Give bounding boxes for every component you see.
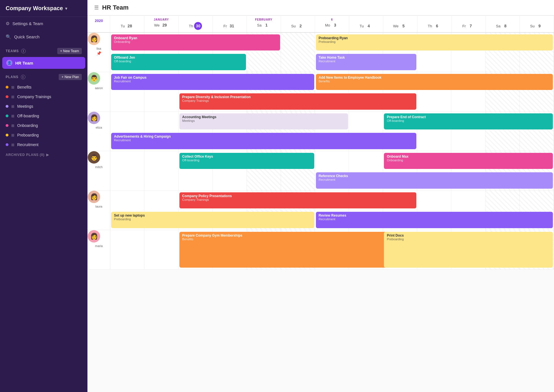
task-advertisements-&-hir[interactable]: Advertisements & Hiring Campaign Recruit… xyxy=(111,133,416,149)
plan-label: Recruitment xyxy=(17,142,38,147)
header-col-7: Tu 4 xyxy=(349,16,383,33)
month-label: JANUARY xyxy=(146,18,177,21)
plan-item-meetings[interactable]: ⊞ Meetings xyxy=(0,102,87,111)
task-label: Onboard Max xyxy=(387,155,408,158)
month-label: 6 xyxy=(317,18,347,21)
header-col-5: Su 2 xyxy=(281,16,315,33)
settings-team-label: Settings & Team xyxy=(12,21,43,26)
day-label: Fr 7 xyxy=(453,22,484,30)
workspace-title[interactable]: Company Workspace ▾ xyxy=(0,0,87,17)
plan-item-company-trainings[interactable]: ⊞ Company Trainings xyxy=(0,92,87,102)
task-sub-label: Preboarding xyxy=(387,237,550,241)
task-label: Offboard Jen xyxy=(114,56,135,60)
hr-team-item[interactable]: 👤 HR Team xyxy=(2,57,85,69)
task-sub-label: Off-boarding xyxy=(387,119,550,122)
task-preboarding-ryan[interactable]: Preboarding Ryan Preboarding xyxy=(316,34,553,50)
task-add-new-items-to-emp[interactable]: Add New Items to Employee Handbook Benef… xyxy=(316,74,553,90)
header-col-0: Tu 28 xyxy=(110,16,144,33)
day-number: 9 xyxy=(536,22,544,30)
task-label: Prepare Diversity & Inclusion Presentati… xyxy=(182,95,251,99)
plan-item-off-boarding[interactable]: ⊞ Off-boarding xyxy=(0,111,87,121)
plan-grid-icon: ⊞ xyxy=(11,104,14,109)
quick-search-nav[interactable]: 🔍 Quick Search xyxy=(0,30,87,43)
avatar-cell-maria: 👩 maria xyxy=(88,230,110,269)
plan-item-recruitment[interactable]: ⊞ Recruitment xyxy=(0,140,87,149)
task-prepare-company-gym-[interactable]: Prepare Company Gym Memberships Benefits xyxy=(179,232,416,268)
plan-grid-icon: ⊞ xyxy=(11,133,14,137)
task-review-resumes[interactable]: Review Resumes Recruitment xyxy=(316,212,553,228)
task-company-policy-prese[interactable]: Company Policy Presentations Company Tra… xyxy=(179,192,416,209)
task-label: Add New Items to Employee Handbook xyxy=(319,76,382,80)
plans-list: ⊞ Benefits ⊞ Company Trainings ⊞ Meeting… xyxy=(0,82,87,149)
task-job-fair-on-campus[interactable]: Job Fair on Campus Recruitment xyxy=(111,74,314,90)
task-label: Reference Checks xyxy=(319,174,348,178)
task-reference-checks[interactable]: Reference Checks Recruitment xyxy=(316,172,553,189)
plan-dot-icon xyxy=(6,134,8,136)
person-row-lisa: 👩 lisa 📌 Onboard Ryan Onboarding Preboar… xyxy=(88,32,554,72)
timeline-body: 👩 lisa 📌 Onboard Ryan Onboarding Preboar… xyxy=(88,32,554,269)
task-print-docs[interactable]: Print Docs Preboarding xyxy=(384,232,553,268)
day-number: 30 xyxy=(194,22,202,30)
plan-label: Benefits xyxy=(17,85,32,89)
header-col-6: 6Mo 3 xyxy=(315,16,349,33)
task-prepare-diversity-&-[interactable]: Prepare Diversity & Inclusion Presentati… xyxy=(179,93,416,110)
task-onboard-max[interactable]: Onboard Max Onboarding xyxy=(384,153,553,169)
teams-info-icon[interactable]: i xyxy=(21,49,26,53)
day-label: Su 9 xyxy=(522,22,552,30)
header-col-12: Su 9 xyxy=(520,16,554,33)
avatar-cell-laura: 👩 laura xyxy=(88,190,110,230)
day-label: We 5 xyxy=(385,22,416,30)
task-set-up-new-laptops[interactable]: Set up new laptops Preboarding xyxy=(111,212,314,228)
task-sub-label: Recruitment xyxy=(319,60,414,63)
plan-label: Company Trainings xyxy=(17,94,51,99)
task-sub-label: Recruitment xyxy=(319,217,550,221)
task-onboard-ryan[interactable]: Onboard Ryan Onboarding xyxy=(111,34,280,50)
hamburger-icon[interactable]: ☰ xyxy=(94,5,99,11)
task-sub-label: Preboarding xyxy=(319,40,550,43)
settings-team-nav[interactable]: ⚙ Settings & Team xyxy=(0,17,87,30)
new-plan-button[interactable]: + New Plan xyxy=(59,74,82,80)
avatar-cell-eliza: 👩 eliza xyxy=(88,111,110,151)
task-label: Job Fair on Campus xyxy=(114,76,146,80)
plan-item-benefits[interactable]: ⊞ Benefits xyxy=(0,82,87,92)
new-team-button[interactable]: + New Team xyxy=(57,48,82,54)
task-label: Collect Office Keys xyxy=(182,155,213,158)
avatar-eliza: 👩 xyxy=(88,112,100,124)
task-offboard-jen[interactable]: Offboard Jen Off-boarding xyxy=(111,54,246,70)
search-icon: 🔍 xyxy=(6,34,11,39)
plan-dot-icon xyxy=(6,143,8,146)
tasks-area-eliza: Accounting Meetings Meetings Prepare End… xyxy=(110,111,554,151)
task-sub-label: Company Trainings xyxy=(182,99,414,102)
task-accounting-meetings[interactable]: Accounting Meetings Meetings xyxy=(179,113,348,130)
plan-item-onboarding[interactable]: ⊞ Onboarding xyxy=(0,121,87,130)
avatar-cell-lisa: 👩 lisa 📌 xyxy=(88,32,110,72)
plan-label: Meetings xyxy=(17,104,33,109)
task-take-home-task[interactable]: Take Home Task Recruitment xyxy=(316,54,417,70)
day-label: We 29 xyxy=(146,21,177,29)
avatar-aaron: 👨 xyxy=(88,72,100,85)
header-col-9: Th 6 xyxy=(417,16,452,33)
plan-dot-icon xyxy=(6,114,8,117)
archived-plans-section[interactable]: ARCHIVED PLANS (0) ▶ xyxy=(0,149,87,160)
avatar-lisa: 👩 xyxy=(88,33,100,45)
header-col-3: Fr 31 xyxy=(213,16,247,33)
task-sub-label: Company Trainings xyxy=(182,198,414,201)
day-number: 1 xyxy=(263,21,271,29)
task-prepare-end-of-contr[interactable]: Prepare End of Contract Off-boarding xyxy=(384,113,553,130)
task-sub-label: Meetings xyxy=(182,119,346,122)
day-label: Sa 1 xyxy=(249,21,279,29)
person-row-laura: 👩 laura Company Policy Presentations Com… xyxy=(88,190,554,230)
pin-icon: 📌 xyxy=(88,51,110,56)
task-sub-label: Onboarding xyxy=(114,40,277,43)
task-sub-label: Benefits xyxy=(182,237,414,241)
task-sub-label: Benefits xyxy=(319,80,550,83)
plans-info-icon[interactable]: i xyxy=(21,75,25,79)
workspace-label: Company Workspace xyxy=(6,5,63,12)
avatar-name-eliza: eliza xyxy=(88,126,110,129)
header-col-1: JANUARYWe 29 xyxy=(144,16,179,33)
teams-label: TEAMS xyxy=(6,49,19,53)
plan-item-preboarding[interactable]: ⊞ Preboarding xyxy=(0,130,87,140)
task-collect-office-keys[interactable]: Collect Office Keys Off-boarding xyxy=(179,153,314,169)
day-number: 29 xyxy=(161,21,168,29)
timeline-container[interactable]: 2020Tu 28JANUARYWe 29Th 30Fr 31FEBRUARYS… xyxy=(87,16,554,392)
